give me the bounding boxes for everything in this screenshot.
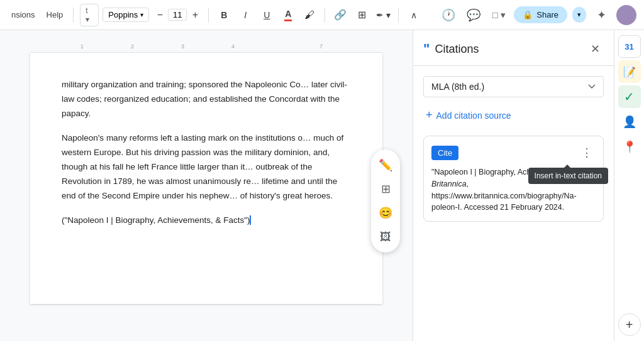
- help-menu[interactable]: Help: [43, 8, 67, 22]
- float-emoji-button[interactable]: 😊: [375, 202, 396, 224]
- gemini-button[interactable]: ✦: [591, 5, 611, 25]
- separator-1: [73, 8, 74, 23]
- lock-icon: 🔒: [523, 10, 533, 19]
- font-name-label: Poppins: [108, 10, 138, 19]
- ruler-mark-1: 1: [80, 43, 84, 50]
- font-color-icon: A: [284, 9, 292, 21]
- main-toolbar: nsions Help t ▾ Poppins ▾ − + B I U A 🖌 …: [0, 0, 644, 30]
- calendar-icon[interactable]: 31: [618, 35, 641, 58]
- camera-button[interactable]: □ ▾: [489, 5, 509, 25]
- font-size-input[interactable]: [168, 9, 187, 21]
- contacts-icon[interactable]: 👤: [618, 111, 641, 133]
- notes-icon[interactable]: 📝: [618, 60, 641, 83]
- highlight-button[interactable]: 🖌: [301, 6, 318, 24]
- citation-style-select[interactable]: MLA (8th ed.) APA Chicago: [423, 76, 604, 97]
- citation-text-before-italic: "Napoleon I | Biography, Achie: [431, 168, 537, 176]
- citation-paragraph: ("Napoleon I | Biography, Achievements, …: [62, 214, 351, 228]
- ruler: 1 2 3 4 7: [30, 40, 382, 53]
- citation-text: ("Napoleon I | Biography, Achievements, …: [62, 215, 250, 225]
- citations-close-button[interactable]: ✕: [586, 40, 604, 58]
- text-cursor: [250, 215, 251, 225]
- document-page: military organization and training; spon…: [30, 53, 382, 304]
- bold-button[interactable]: B: [215, 6, 233, 24]
- share-button[interactable]: 🔒 Share: [514, 6, 567, 23]
- draw-button[interactable]: ✒ ▾: [374, 6, 392, 24]
- sparkle-icon: ✦: [597, 8, 606, 22]
- add-apps-button[interactable]: +: [618, 313, 641, 336]
- ruler-mark-2: 2: [131, 43, 134, 50]
- font-size-increase[interactable]: +: [188, 8, 202, 22]
- font-dropdown-icon: ▾: [140, 11, 143, 18]
- float-edit-button[interactable]: ✏️: [375, 154, 396, 176]
- float-image-button[interactable]: 🖼: [375, 226, 396, 247]
- font-size-decrease[interactable]: −: [153, 8, 167, 22]
- ruler-mark-5: 7: [319, 43, 323, 50]
- cite-button[interactable]: Cite: [431, 146, 458, 160]
- ruler-mark-4: 4: [231, 43, 235, 50]
- main-area: 1 2 3 4 7 military organization and trai…: [0, 30, 644, 341]
- toolbar-left: nsions Help t ▾ Poppins ▾ − + B I U A 🖌 …: [8, 4, 433, 26]
- font-selector[interactable]: t ▾: [80, 4, 99, 26]
- share-dropdown[interactable]: ▾: [572, 7, 586, 23]
- add-citation-source-button[interactable]: + Add citation source: [423, 105, 514, 126]
- add-citation-label: Add citation source: [436, 111, 511, 121]
- underline-button[interactable]: U: [258, 6, 275, 24]
- paragraph-2: Napoleon's many reforms left a lasting m…: [62, 131, 351, 203]
- font-color-button[interactable]: A: [279, 6, 297, 24]
- maps-icon[interactable]: 📍: [618, 136, 641, 158]
- floating-toolbar: ✏️ ⊞ 😊 🖼: [371, 149, 400, 252]
- link-button[interactable]: 🔗: [331, 6, 349, 24]
- user-avatar[interactable]: [616, 5, 636, 25]
- chat-button[interactable]: 💬: [464, 5, 484, 25]
- history-button[interactable]: 🕐: [438, 5, 458, 25]
- tasks-icon[interactable]: ✓: [618, 85, 641, 108]
- ruler-mark-3: 3: [181, 43, 184, 50]
- add-icon: +: [426, 109, 433, 122]
- citation-card-header: Cite ⋮ Insert in-text citation: [431, 144, 596, 161]
- italic-button[interactable]: I: [236, 6, 254, 24]
- share-label: Share: [536, 10, 558, 19]
- citation-text-italic: Britannica: [431, 180, 467, 188]
- citations-body: MLA (8th ed.) APA Chicago + Add citation…: [413, 66, 614, 341]
- citations-panel: " Citations ✕ MLA (8th ed.) APA Chicago …: [413, 30, 614, 341]
- separator-3: [325, 8, 325, 23]
- font-name-selector[interactable]: Poppins ▾: [103, 8, 149, 22]
- citations-title: Citations: [435, 43, 581, 56]
- float-comment-button[interactable]: ⊞: [375, 178, 396, 200]
- citation-card-text: "Napoleon I | Biography, Achie & Facts."…: [431, 166, 596, 214]
- separator-4: [398, 8, 399, 23]
- document-area: 1 2 3 4 7 military organization and trai…: [0, 30, 413, 341]
- toolbar-right: 🕐 💬 □ ▾ 🔒 Share ▾ ✦: [438, 5, 636, 25]
- right-icons-panel: 31 📝 ✓ 👤 📍 +: [614, 30, 644, 341]
- voice-button[interactable]: ∧: [405, 6, 423, 24]
- paragraph-1: military organization and training; spon…: [62, 78, 351, 121]
- more-options-button[interactable]: ⋮: [578, 144, 596, 161]
- separator-2: [208, 8, 209, 23]
- font-size-control: − +: [153, 8, 202, 22]
- citation-card: Cite ⋮ Insert in-text citation "Napoleon…: [423, 136, 604, 222]
- citations-header: " Citations ✕: [413, 30, 614, 66]
- citations-quote-icon: ": [423, 41, 430, 57]
- insert-special-button[interactable]: ⊞: [353, 6, 370, 24]
- extensions-menu[interactable]: nsions: [8, 8, 39, 22]
